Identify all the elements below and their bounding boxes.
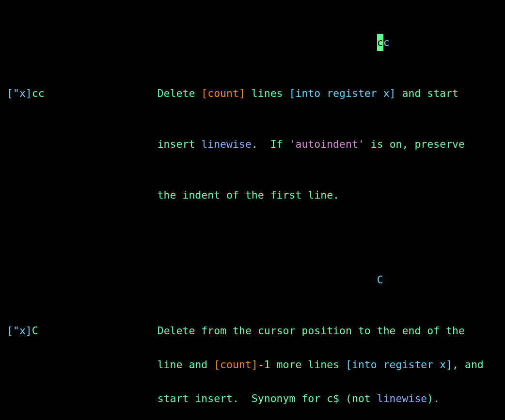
cmd-prefix: ["x] — [7, 87, 32, 99]
txt: the indent of the first line. — [158, 189, 339, 201]
link-linewise[interactable]: linewise — [377, 392, 427, 404]
txt: and start — [396, 87, 458, 99]
cmd-prefix: ["x] — [7, 325, 32, 337]
help-tag-row-C: C — [7, 271, 498, 288]
txt: ). — [427, 392, 440, 404]
help-tag-row-cc: cc — [7, 34, 498, 51]
link-linewise[interactable]: linewise — [201, 138, 252, 150]
option-autoindent: 'autoindent' — [289, 138, 364, 150]
cmd-name: cc — [32, 87, 45, 99]
entry-C-line3: start insert. Synonym for c$ (not linewi… — [7, 390, 498, 407]
blank-row — [7, 220, 498, 237]
entry-C-line2: line and [count]-1 more lines [into regi… — [7, 356, 498, 373]
txt: line and — [158, 358, 214, 371]
txt: -1 more lines — [258, 358, 346, 371]
reg-arg: [into register x] — [289, 87, 396, 99]
txt: Delete — [158, 87, 202, 99]
entry-C-line1: ["x]C Delete from the cursor position to… — [7, 322, 498, 339]
txt: start insert. Synonym for c$ (not — [158, 392, 377, 404]
txt: Delete from the cursor position to the e… — [158, 325, 465, 337]
entry-cc-line3: the indent of the first line. — [7, 187, 498, 203]
count-arg: [count] — [201, 87, 245, 99]
cursor: c — [377, 34, 383, 51]
entry-cc-line1: ["x]cc Delete [count] lines [into regist… — [7, 85, 498, 102]
help-tag-C: C — [377, 274, 383, 286]
vim-help-terminal[interactable]: cc ["x]cc Delete [count] lines [into reg… — [0, 0, 505, 420]
cmd-name: C — [32, 325, 38, 337]
txt: insert — [158, 138, 202, 150]
txt: lines — [245, 87, 289, 99]
txt: is on, preserve — [364, 138, 465, 150]
txt: . If — [252, 138, 289, 150]
help-tag-cc-rest: c — [383, 36, 390, 48]
entry-cc-line2: insert linewise. If 'autoindent' is on, … — [7, 136, 498, 153]
count-arg: [count] — [214, 358, 258, 371]
reg-arg: [into register x] — [346, 358, 452, 371]
txt: , and — [452, 358, 484, 371]
